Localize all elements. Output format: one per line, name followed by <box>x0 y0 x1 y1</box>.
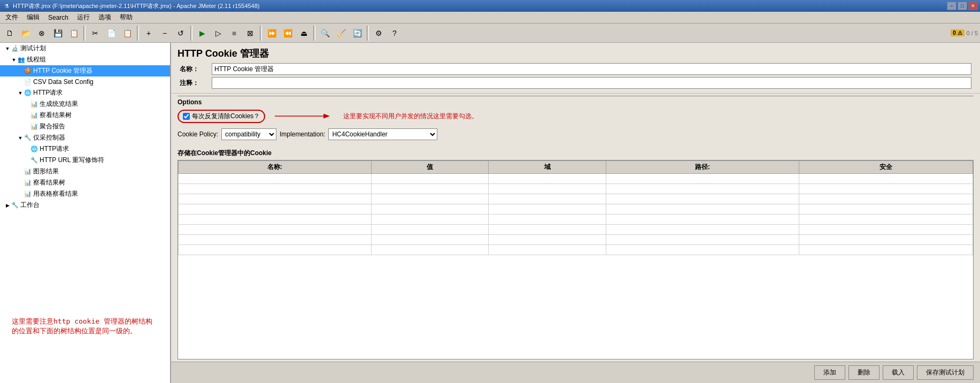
gen-summary-label: 生成统览结果 <box>40 99 78 109</box>
delete-button[interactable]: 删除 <box>848 365 879 380</box>
table-results-icon: 📊 <box>24 190 32 198</box>
tree-item-workbench[interactable]: ▶ 🔧 工作台 <box>0 200 170 211</box>
tree-item-url-rewrite[interactable]: 🔧 HTTP URL 重写修饰符 <box>0 155 170 166</box>
menu-run[interactable]: 运行 <box>73 12 94 24</box>
collapse-button[interactable]: − <box>157 26 172 41</box>
maximize-button[interactable]: □ <box>958 2 967 10</box>
expand-workbench[interactable]: ▶ <box>4 202 11 209</box>
remote-stop-button[interactable]: ⏪ <box>280 26 295 41</box>
tree-item-test-plan[interactable]: ▼ 🔬 测试计划 <box>0 43 170 54</box>
expand-aggregate <box>24 124 30 130</box>
view-results-icon: 📊 <box>30 111 38 120</box>
toolbar-sep-4 <box>260 26 262 41</box>
workbench-icon: 🔧 <box>11 201 19 210</box>
thread-group-label: 线程组 <box>27 55 46 64</box>
csv-icon: 📄 <box>24 78 32 86</box>
col-path: 路径: <box>606 161 799 174</box>
stop-now-button[interactable]: ⊠ <box>243 26 258 41</box>
tree-item-http-request[interactable]: ▼ 🌐 HTTP请求 <box>0 87 170 98</box>
clear-cookies-label: 每次反复清除Cookies？ <box>192 112 260 121</box>
tree-item-aggregate[interactable]: 📊 聚合报告 <box>0 121 170 132</box>
run-nopauses-button[interactable]: ▷ <box>211 26 226 41</box>
table-row <box>179 225 973 235</box>
tree-item-csv[interactable]: 📄 CSV Data Set Config <box>0 76 170 87</box>
paste-button[interactable]: 📋 <box>120 26 135 41</box>
tree-item-transaction[interactable]: ▼ 🔧 仅采控制器 <box>0 132 170 143</box>
tree-item-graph[interactable]: 📊 图形结果 <box>0 166 170 177</box>
tree-item-table-results[interactable]: 📊 用表格察看结果 <box>0 188 170 200</box>
cut-button[interactable]: ✂ <box>88 26 103 41</box>
thread-group-icon: 👥 <box>17 56 26 64</box>
tree-item-thread-group[interactable]: ▼ 👥 线程组 <box>0 54 170 65</box>
scroll-button[interactable]: ↺ <box>173 26 188 41</box>
col-name: 名称: <box>179 161 372 174</box>
tree-item-http-request2[interactable]: 🌐 HTTP请求 <box>0 143 170 155</box>
minimize-button[interactable]: − <box>947 2 956 10</box>
save-test-button[interactable]: 保存测试计划 <box>917 365 974 380</box>
url-rewrite-label: HTTP URL 重写修饰符 <box>40 156 104 165</box>
help-button[interactable]: ? <box>387 26 402 41</box>
policy-select[interactable]: compatibility default ignoreCookies nets… <box>221 128 276 140</box>
test-plan-label: 测试计划 <box>20 44 46 53</box>
panel-header: HTTP Cookie 管理器 名称： 注释： <box>171 43 980 94</box>
workbench-label: 工作台 <box>20 201 40 210</box>
panel-title: HTTP Cookie 管理器 <box>178 47 974 60</box>
save-button[interactable]: 💾 <box>50 26 65 41</box>
add-button[interactable]: 添加 <box>814 365 845 380</box>
name-input[interactable] <box>212 63 971 75</box>
transaction-icon: 🔧 <box>24 134 32 142</box>
expand-button[interactable]: + <box>141 26 156 41</box>
expand-gen-summary <box>24 101 30 108</box>
gen-summary-icon: 📊 <box>30 100 38 109</box>
expand-thread-group[interactable]: ▼ <box>11 57 17 63</box>
expand-http-request2 <box>24 146 30 152</box>
open-button[interactable]: 📂 <box>18 26 33 41</box>
test-plan-icon: 🔬 <box>11 44 19 53</box>
close-file-button[interactable]: ⊗ <box>34 26 49 41</box>
remote-start-button[interactable]: ⏩ <box>264 26 279 41</box>
clear-button[interactable]: 🧹 <box>334 26 349 41</box>
options-title: Options <box>178 96 974 106</box>
tree-item-view-results2[interactable]: 📊 察看结果树 <box>0 177 170 188</box>
http-request2-icon: 🌐 <box>30 145 38 154</box>
expand-transaction[interactable]: ▼ <box>17 135 24 141</box>
menu-edit[interactable]: 编辑 <box>22 12 44 24</box>
cookie-table: 名称: 值 域 路径: 安全 <box>178 160 974 359</box>
run-button[interactable]: ▶ <box>195 26 210 41</box>
expand-http-cookie <box>17 68 24 74</box>
col-secure: 安全 <box>799 161 973 174</box>
search-toolbar-button[interactable]: 🔍 <box>318 26 333 41</box>
tree-item-gen-summary[interactable]: 📊 生成统览结果 <box>0 98 170 110</box>
menu-search[interactable]: Search <box>44 12 73 24</box>
tree-item-view-results[interactable]: 📊 察看结果树 <box>0 110 170 121</box>
clear-cookies-checkbox[interactable] <box>183 113 190 120</box>
load-button[interactable]: 载入 <box>883 365 914 380</box>
expand-table-results <box>17 191 24 197</box>
warning-count: 0 ⚠ <box>951 29 964 36</box>
http-request-label: HTTP请求 <box>33 88 63 97</box>
comment-label: 注释： <box>180 79 212 88</box>
menu-help[interactable]: 帮助 <box>115 12 137 24</box>
menu-file[interactable]: 文件 <box>1 12 22 24</box>
title-text: HTTP请求.jmx (F:\jmeter\apache-jmeter-2.11… <box>13 2 947 10</box>
expand-test-plan[interactable]: ▼ <box>4 45 11 52</box>
menu-options[interactable]: 选项 <box>94 12 115 24</box>
comment-input[interactable] <box>212 77 971 89</box>
cookies-data-table: 名称: 值 域 路径: 安全 <box>178 160 973 255</box>
new-button[interactable]: 🗋 <box>2 26 17 41</box>
func-helper-button[interactable]: ⚙ <box>371 26 386 41</box>
toolbar-sep-6 <box>367 26 369 41</box>
impl-select[interactable]: HC4CookieHandler BrowserCompatibilityCoo… <box>328 128 437 140</box>
expand-http-request[interactable]: ▼ <box>17 90 24 96</box>
remote-exit-button[interactable]: ⏏ <box>296 26 311 41</box>
copy-button[interactable]: 📄 <box>104 26 119 41</box>
save-as-button[interactable]: 📋 <box>66 26 81 41</box>
stop-button[interactable]: ■ <box>227 26 242 41</box>
clearall-button[interactable]: 🔄 <box>350 26 365 41</box>
close-button[interactable]: ✕ <box>968 2 978 10</box>
tree-item-http-cookie[interactable]: 🍪 HTTP Cookie 管理器 <box>0 65 170 76</box>
table-row <box>179 194 973 204</box>
tree-panel: ▼ 🔬 测试计划 ▼ 👥 线程组 🍪 HTTP Cookie 管理器 📄 CSV… <box>0 43 171 383</box>
menubar: 文件 编辑 Search 运行 选项 帮助 <box>0 12 980 24</box>
toolbar-sep-3 <box>190 26 192 41</box>
